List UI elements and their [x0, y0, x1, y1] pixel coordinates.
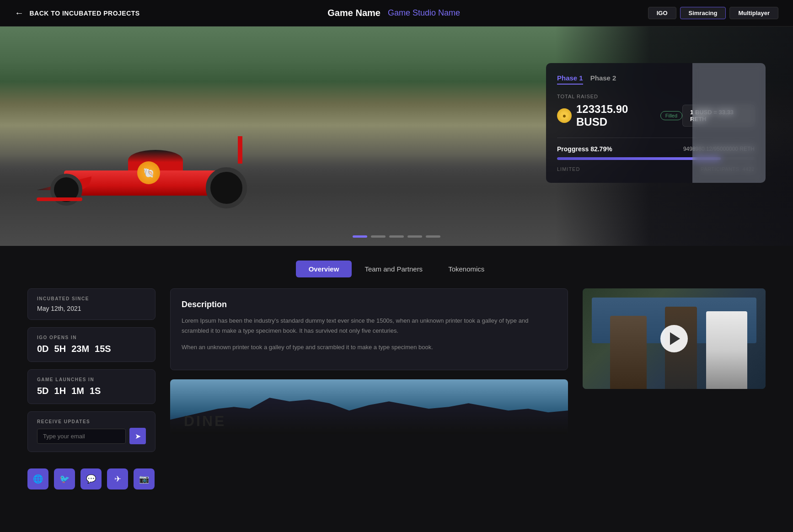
igo-hours: 5H: [54, 344, 66, 354]
left-sidebar: INCUBATED SINCE May 12th, 2021 IGO OPENS…: [27, 288, 155, 489]
phase-tab-1[interactable]: Phase 1: [557, 74, 583, 85]
track-text: DINE: [184, 413, 226, 430]
main-grid: INCUBATED SINCE May 12th, 2021 IGO OPENS…: [27, 288, 766, 489]
nav-tags: IGO Simracing Multiplayer: [648, 7, 778, 19]
game-launches-card: GAME LAUNCHES IN 5D 1H 1M 1S: [27, 369, 155, 404]
igo-countdown: 0D 5H 23M 15S: [37, 344, 146, 354]
back-link[interactable]: ← BACK TO INCUBATED PROJECTS: [15, 8, 140, 18]
incubated-label: INCUBATED SINCE: [37, 296, 146, 301]
coin-icon: ●: [557, 108, 572, 123]
description-text-1: Lorem Ipsum has been the industry's stan…: [182, 316, 557, 336]
person-1: [610, 316, 647, 389]
game-minutes-unit: 1M: [71, 386, 84, 396]
social-icons: 🌐 🐦 💬 ✈ 📷: [27, 468, 155, 489]
game-launches-label: GAME LAUNCHES IN: [37, 377, 146, 382]
tag-multiplayer[interactable]: Multiplayer: [729, 7, 778, 19]
incubated-value: May 12th, 2021: [37, 305, 146, 312]
building-silhouette: [170, 398, 568, 434]
tag-igo[interactable]: IGO: [648, 7, 676, 19]
email-input[interactable]: [37, 429, 126, 444]
igo-hours-unit: 5H: [54, 344, 66, 354]
person-3: [706, 311, 747, 389]
igo-days: 0D: [37, 344, 49, 354]
dot-3[interactable]: [389, 235, 404, 238]
raised-number: 123315.90 BUSD: [576, 103, 652, 128]
discord-icon[interactable]: 💬: [80, 468, 102, 489]
play-button[interactable]: [660, 325, 688, 352]
description-title: Description: [182, 300, 557, 309]
limited-text: LIMITED: [557, 166, 580, 172]
shell-logo: 🐚: [137, 161, 160, 184]
back-label: BACK TO INCUBATED PROJECTS: [30, 10, 140, 17]
igo-minutes: 23M: [71, 344, 89, 354]
game-name: Game Name: [327, 8, 380, 18]
igo-days-unit: 0D: [37, 344, 49, 354]
raised-amount-group: ● 123315.90 BUSD Filled: [557, 103, 682, 128]
email-row: ➤: [37, 428, 146, 444]
igo-minutes-unit: 23M: [71, 344, 89, 354]
studio-name: Game Studio Name: [388, 8, 460, 18]
incubated-card: INCUBATED SINCE May 12th, 2021: [27, 288, 155, 320]
dot-5[interactable]: [426, 235, 440, 238]
game-hours: 1H: [54, 386, 66, 396]
play-icon: [670, 332, 680, 345]
dot-2[interactable]: [371, 235, 386, 238]
igo-seconds-unit: 15S: [95, 344, 111, 354]
game-days-unit: 5D: [37, 386, 49, 396]
content-area: Overview Team and Partners Tokenomics IN…: [0, 246, 793, 489]
globe-icon[interactable]: 🌐: [27, 468, 48, 489]
description-text-2: When an unknown printer took a galley of…: [182, 342, 557, 352]
video-thumbnail[interactable]: [583, 288, 766, 389]
igo-opens-label: IGO OPENS IN: [37, 335, 146, 340]
instagram-icon[interactable]: 📷: [134, 468, 155, 489]
telegram-icon[interactable]: ✈: [107, 468, 128, 489]
tab-tokenomics[interactable]: Tokenomics: [435, 261, 497, 277]
back-arrow-icon: ←: [15, 8, 24, 18]
filled-badge: Filled: [660, 111, 682, 120]
right-panel: [583, 288, 766, 389]
bottom-track-image: DINE: [170, 379, 568, 434]
blur-overlay: [692, 63, 766, 183]
tag-simracing[interactable]: Simracing: [680, 7, 726, 19]
description-card: Description Lorem Ipsum has been the ind…: [170, 288, 568, 370]
receive-updates-label: RECEIVE UPDATES: [37, 419, 146, 424]
igo-opens-card: IGO OPENS IN 0D 5H 23M 15S: [27, 327, 155, 362]
progress-label: Proggress 82.79%: [557, 145, 612, 153]
carousel-dots: [353, 235, 440, 238]
nav-center: Game Name Game Studio Name: [140, 8, 648, 18]
navbar: ← BACK TO INCUBATED PROJECTS Game Name G…: [0, 0, 793, 27]
game-seconds-unit: 1S: [90, 386, 101, 396]
content-tabs: Overview Team and Partners Tokenomics: [27, 246, 766, 288]
dot-1[interactable]: [353, 235, 367, 238]
game-countdown: 5D 1H 1M 1S: [37, 386, 146, 396]
game-minutes: 1M: [71, 386, 84, 396]
tab-team-partners[interactable]: Team and Partners: [352, 261, 435, 277]
front-wing: [37, 197, 82, 201]
email-submit-button[interactable]: ➤: [129, 428, 146, 444]
f1-car: 🐚: [37, 136, 265, 209]
game-days: 5D: [37, 386, 49, 396]
center-content: Description Lorem Ipsum has been the ind…: [170, 288, 568, 434]
rear-wing: [238, 136, 242, 164]
twitter-icon[interactable]: 🐦: [54, 468, 75, 489]
game-hours-unit: 1H: [54, 386, 66, 396]
hero-section: 🐚 Phase 1 Phase 2 TOTAL RAISED ● 123315.…: [0, 27, 793, 246]
tab-overview[interactable]: Overview: [296, 261, 352, 277]
igo-seconds: 15S: [95, 344, 111, 354]
dot-4[interactable]: [407, 235, 422, 238]
wheel-rear-left: [206, 167, 247, 208]
phase-card: Phase 1 Phase 2 TOTAL RAISED ● 123315.90…: [546, 63, 766, 183]
receive-updates-card: RECEIVE UPDATES ➤: [27, 411, 155, 452]
phase-tab-2[interactable]: Phase 2: [590, 74, 616, 85]
game-seconds: 1S: [90, 386, 101, 396]
